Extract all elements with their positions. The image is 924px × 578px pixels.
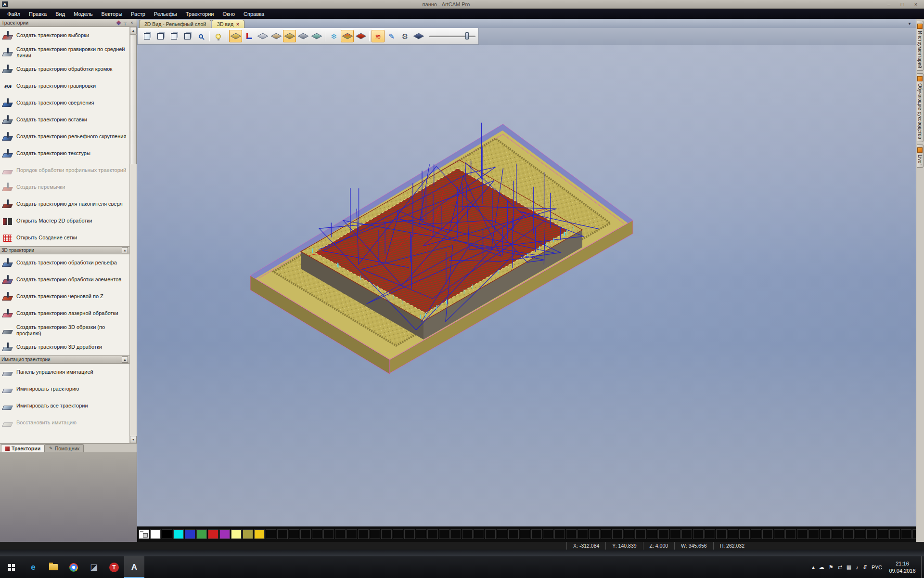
- palette-swatch[interactable]: [381, 529, 392, 539]
- palette-swatch[interactable]: [208, 529, 218, 539]
- toolpath-item[interactable]: Создать траекторию 3D доработки: [0, 339, 129, 355]
- toolpath-item[interactable]: Создать траекторию текстуры: [0, 145, 129, 162]
- panel-tab-assistant[interactable]: ✎Помощник: [45, 444, 84, 452]
- language-indicator[interactable]: РУС: [872, 565, 882, 570]
- palette-swatch[interactable]: [427, 529, 438, 539]
- panel-close-icon[interactable]: ×: [128, 20, 135, 26]
- show-desktop-button[interactable]: [921, 556, 924, 578]
- toolpath-item[interactable]: Создать траекторию рельефного скругления: [0, 128, 129, 145]
- palette-swatch[interactable]: [497, 529, 507, 539]
- network-icon[interactable]: ⇵: [863, 564, 867, 570]
- palette-swatch[interactable]: [578, 529, 588, 539]
- toolpath-item[interactable]: eaСоздать траекторию гравировки: [0, 78, 129, 94]
- paint-button[interactable]: ✎: [385, 30, 398, 42]
- view-iso-button[interactable]: [141, 30, 154, 42]
- palette-swatch[interactable]: [647, 529, 657, 539]
- scroll-up-button[interactable]: ▲: [130, 27, 137, 34]
- palette-swatch[interactable]: [832, 529, 842, 539]
- palette-swatch[interactable]: [866, 529, 877, 539]
- palette-swatch[interactable]: [705, 529, 715, 539]
- palette-swatch[interactable]: [716, 529, 727, 539]
- palette-swatch[interactable]: [346, 529, 357, 539]
- tab-list-dropdown[interactable]: ▼: [905, 20, 914, 27]
- close-button[interactable]: ×: [910, 0, 922, 8]
- palette-swatch[interactable]: [323, 529, 334, 539]
- hidden-icons-chevron[interactable]: ▴: [812, 564, 815, 570]
- edit-relief-button[interactable]: [270, 30, 282, 42]
- section-collapse-button[interactable]: ▲: [122, 356, 128, 363]
- palette-swatch[interactable]: [889, 529, 900, 539]
- rail-tab-live-[interactable]: Live!: [917, 144, 924, 168]
- palette-swatch[interactable]: [520, 529, 530, 539]
- options-gear-button[interactable]: ⚙: [398, 30, 411, 42]
- toolpath-item[interactable]: Открыть Мастер 2D обработки: [0, 212, 129, 229]
- toolpath-item[interactable]: Создать траекторию 3D обрезки (по профил…: [0, 322, 129, 339]
- menu-item-Модель[interactable]: Модель: [69, 10, 97, 18]
- palette-swatch[interactable]: [774, 529, 784, 539]
- flag-icon[interactable]: ⚑: [829, 564, 834, 570]
- smooth-relief-button[interactable]: [256, 30, 269, 42]
- palette-swatch[interactable]: [162, 529, 172, 539]
- view-wireframe-button[interactable]: [154, 30, 167, 42]
- palette-swatch[interactable]: [751, 529, 761, 539]
- palette-swatch[interactable]: [173, 529, 184, 539]
- show-relief-button[interactable]: [229, 30, 242, 42]
- menu-item-Вид[interactable]: Вид: [51, 10, 69, 18]
- chrome-browser-taskbar-button[interactable]: [64, 556, 84, 578]
- toolpath-item[interactable]: Порядок обработки профильных траекторий: [0, 162, 129, 179]
- palette-swatch[interactable]: [474, 529, 484, 539]
- palette-swatch[interactable]: [450, 529, 461, 539]
- rail-tab-инструментарий[interactable]: Инструментарий: [917, 21, 924, 71]
- palette-swatch[interactable]: [681, 529, 692, 539]
- toolpath-item[interactable]: Открыть Создание сетки: [0, 229, 129, 246]
- palette-swatch[interactable]: [808, 529, 819, 539]
- menu-item-Правка[interactable]: Правка: [25, 10, 51, 18]
- edge-browser-taskbar-button[interactable]: e: [23, 556, 43, 578]
- palette-swatch[interactable]: [901, 529, 911, 539]
- tab-close-icon[interactable]: ×: [236, 22, 239, 27]
- view-block-button[interactable]: [181, 30, 194, 42]
- palette-swatch[interactable]: [554, 529, 565, 539]
- rail-tab-обучающие-руководства[interactable]: Обучающие руководства: [917, 73, 924, 142]
- palette-swatch[interactable]: [254, 529, 265, 539]
- palette-swatch[interactable]: [635, 529, 646, 539]
- toolpath-item[interactable]: Создать траекторию гравировки по средней…: [0, 44, 129, 61]
- relief-red-button[interactable]: [354, 30, 367, 42]
- view-solid-button[interactable]: [167, 30, 180, 42]
- toolpath-item[interactable]: Создать траекторию черновой по Z: [0, 288, 129, 305]
- viewport-3d[interactable]: [137, 45, 916, 526]
- palette-swatch[interactable]: [243, 529, 253, 539]
- menu-item-Рельефы[interactable]: Рельефы: [150, 10, 181, 18]
- clock[interactable]: 21:1609.04.2016: [886, 560, 918, 574]
- palette-swatch[interactable]: [416, 529, 426, 539]
- app-3d-taskbar-button[interactable]: ◪: [84, 556, 104, 578]
- palette-swatch[interactable]: [150, 529, 161, 539]
- toolpath-item[interactable]: Создать траекторию выборки: [0, 27, 129, 44]
- palette-swatch[interactable]: [439, 529, 449, 539]
- scroll-track[interactable]: [130, 34, 137, 436]
- palette-swatch[interactable]: [266, 529, 276, 539]
- palette-swatch[interactable]: [335, 529, 346, 539]
- sculpt-button[interactable]: ≋: [372, 30, 385, 42]
- panel-scrollbar[interactable]: ▲ ▼: [129, 27, 137, 443]
- cloud-icon[interactable]: ☁: [819, 564, 824, 570]
- view-tab-2d[interactable]: 2D Вид - Рельефный слой: [139, 20, 211, 28]
- dark-relief-button[interactable]: [412, 30, 425, 42]
- palette-special-swatch[interactable]: [139, 529, 149, 539]
- view-tab-3d[interactable]: 3D вид×: [212, 20, 244, 28]
- start-button[interactable]: [0, 556, 23, 578]
- toolpath-item[interactable]: Создать траекторию лазерной обработки: [0, 305, 129, 322]
- palette-swatch[interactable]: [300, 529, 311, 539]
- snowflake-button[interactable]: ❄: [327, 30, 340, 42]
- palette-swatch[interactable]: [289, 529, 299, 539]
- palette-swatch[interactable]: [820, 529, 831, 539]
- menu-item-Траектории[interactable]: Траектории: [181, 10, 218, 18]
- palette-swatch[interactable]: [785, 529, 796, 539]
- toolpath-item[interactable]: Создать перемычки: [0, 179, 129, 196]
- palette-swatch[interactable]: [508, 529, 519, 539]
- slider-knob[interactable]: [465, 32, 469, 39]
- maximize-button[interactable]: □: [896, 0, 909, 8]
- volume-icon[interactable]: ♪: [856, 565, 859, 570]
- palette-swatch[interactable]: [219, 529, 230, 539]
- display-icon[interactable]: ▦: [847, 564, 851, 570]
